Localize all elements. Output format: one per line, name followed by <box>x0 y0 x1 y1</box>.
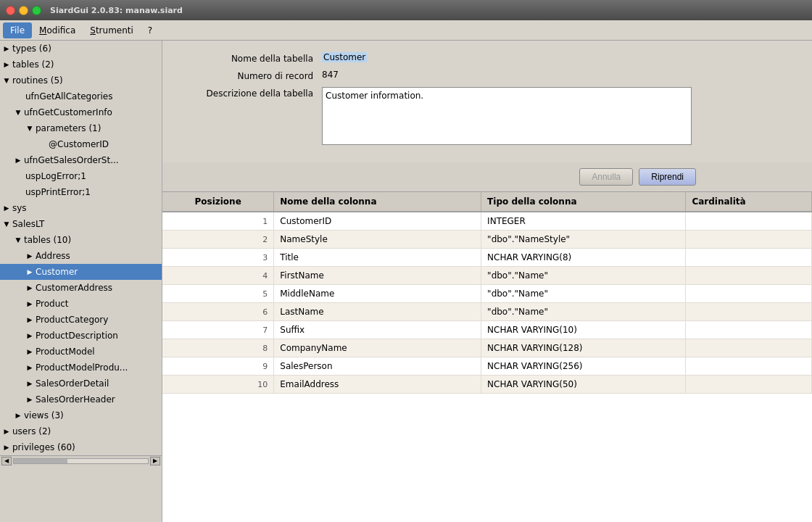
table-row: 8CompanyNameNCHAR VARYING(128) <box>162 339 812 357</box>
description-label: Descrizione della tabella <box>177 87 322 99</box>
form-area: Nome della tabella Customer Numero di re… <box>162 41 812 162</box>
description-textarea[interactable] <box>322 87 692 145</box>
cell-pos: 3 <box>162 249 274 267</box>
cancel-button[interactable]: Annulla <box>579 168 633 186</box>
sidebar-item-Product[interactable]: ▶Product <box>0 296 162 312</box>
cell-nome: SalesPerson <box>274 357 481 376</box>
minimize-button[interactable] <box>19 6 28 15</box>
table-row: 3TitleNCHAR VARYING(8) <box>162 249 812 267</box>
sidebar-item-CustomerID[interactable]: @CustomerID <box>0 136 162 152</box>
cell-tipo: "dbo"."Name" <box>481 285 686 303</box>
table-row: 2NameStyle"dbo"."NameStyle" <box>162 231 812 249</box>
sidebar-item-SalesOrderHeader[interactable]: ▶SalesOrderHeader <box>0 392 162 407</box>
tree-arrow-CustomerAddress: ▶ <box>26 284 33 291</box>
cell-card <box>686 339 812 357</box>
menu-help-label: ? <box>148 25 152 36</box>
cell-card <box>686 231 812 249</box>
cell-pos: 4 <box>162 267 274 285</box>
maximize-button[interactable] <box>32 6 41 15</box>
menu-help[interactable]: ? <box>141 22 160 38</box>
table-row: 5MiddleName"dbo"."Name" <box>162 285 812 303</box>
menu-file[interactable]: File <box>3 22 32 38</box>
sidebar-label-views: views (3) <box>24 410 64 420</box>
sidebar-label-uspPrintError1: uspPrintError;1 <box>25 187 91 197</box>
cell-tipo: "dbo"."NameStyle" <box>481 231 686 249</box>
sidebar-item-uspLogError1[interactable]: uspLogError;1 <box>0 168 162 184</box>
sidebar-item-users[interactable]: ▶users (2) <box>0 423 162 439</box>
cell-nome: CompanyName <box>274 339 481 357</box>
menu-file-label: File <box>10 25 25 36</box>
sidebar-item-SalesLT[interactable]: ▼SalesLT <box>0 216 162 232</box>
tree-arrow-SalesLT: ▼ <box>3 220 10 228</box>
tree-arrow-sys: ▶ <box>3 204 10 212</box>
col-cardinalita: Cardinalità <box>686 192 812 212</box>
sidebar-item-CustomerAddress[interactable]: ▶CustomerAddress <box>0 280 162 296</box>
sidebar-item-Address[interactable]: ▶Address <box>0 248 162 264</box>
sidebar-item-tables2[interactable]: ▶tables (2) <box>0 57 162 72</box>
sidebar-label-routines: routines (5) <box>12 75 63 86</box>
sidebar-item-ProductDescription[interactable]: ▶ProductDescription <box>0 328 162 344</box>
sidebar-item-routines[interactable]: ▼routines (5) <box>0 72 162 88</box>
sidebar-item-ProductModelProdu[interactable]: ▶ProductModelProdu... <box>0 360 162 376</box>
hscroll-right-btn[interactable]: ▶ <box>150 457 160 465</box>
cell-nome: EmailAddress <box>274 376 481 394</box>
sidebar-item-SalesOrderDetail[interactable]: ▶SalesOrderDetail <box>0 376 162 392</box>
cell-nome: LastName <box>274 303 481 321</box>
sidebar-label-Customer: Customer <box>36 267 78 277</box>
sidebar-item-ufnGetCustomerInfo[interactable]: ▼ufnGetCustomerInfo <box>0 104 162 120</box>
hscroll-track[interactable] <box>13 458 149 464</box>
menu-modifica[interactable]: Modifica <box>32 22 83 38</box>
sidebar-label-tables10: tables (10) <box>24 235 71 245</box>
sidebar-item-Customer[interactable]: ▶Customer <box>0 264 162 280</box>
cell-card <box>686 212 812 231</box>
cell-pos: 10 <box>162 376 274 394</box>
table-name-value: Customer <box>322 52 367 62</box>
cell-pos: 5 <box>162 285 274 303</box>
description-row: Descrizione della tabella <box>177 87 798 145</box>
sidebar-item-types[interactable]: ▶types (6) <box>0 41 162 57</box>
tree-arrow-ProductCategory: ▶ <box>26 316 33 323</box>
sidebar-item-views[interactable]: ▶views (3) <box>0 407 162 423</box>
tree-arrow-routines: ▼ <box>3 77 10 84</box>
tree-arrow-types: ▶ <box>3 45 10 52</box>
sidebar-item-sys[interactable]: ▶sys <box>0 200 162 216</box>
sidebar-label-ufnGetAllCategories: ufnGetAllCategories <box>25 91 112 102</box>
cell-nome: CustomerID <box>274 212 481 231</box>
sidebar-label-ufnGetSalesOrderSt: ufnGetSalesOrderSt... <box>24 155 119 165</box>
sidebar-item-ProductCategory[interactable]: ▶ProductCategory <box>0 312 162 328</box>
apply-button[interactable]: Riprendi <box>639 168 696 186</box>
sidebar-label-CustomerID: @CustomerID <box>49 139 109 149</box>
sidebar-item-tables10[interactable]: ▼tables (10) <box>0 232 162 248</box>
cell-pos: 8 <box>162 339 274 357</box>
button-row: Annulla Riprendi <box>162 162 812 191</box>
sidebar-label-Address: Address <box>36 251 70 261</box>
sidebar-item-privileges[interactable]: ▶privileges (60) <box>0 439 162 455</box>
sidebar-item-ProductModel[interactable]: ▶ProductModel <box>0 344 162 360</box>
titlebar: SiardGui 2.0.83: manaw.siard <box>0 0 812 20</box>
sidebar-item-ufnGetAllCategories[interactable]: ufnGetAllCategories <box>0 88 162 104</box>
record-count-label: Numero di record <box>177 70 322 81</box>
cell-pos: 7 <box>162 321 274 339</box>
col-nome: Nome della colonna <box>274 192 481 212</box>
sidebar-item-uspPrintError1[interactable]: uspPrintError;1 <box>0 184 162 200</box>
cell-tipo: NCHAR VARYING(256) <box>481 357 686 376</box>
cell-nome: NameStyle <box>274 231 481 249</box>
sidebar-hscrollbar[interactable]: ◀ ▶ <box>0 455 162 465</box>
tree-arrow-views: ▶ <box>14 412 22 419</box>
hscroll-thumb[interactable] <box>14 459 67 463</box>
cell-tipo: INTEGER <box>481 212 686 231</box>
table-name-row: Nome della tabella Customer <box>177 52 798 64</box>
tree-arrow-tables10: ▼ <box>14 236 22 244</box>
sidebar-label-parameters: parameters (1) <box>36 123 101 133</box>
hscroll-left-btn[interactable]: ◀ <box>1 457 12 465</box>
tree-arrow-ufnGetCustomerInfo: ▼ <box>14 109 22 116</box>
close-button[interactable] <box>6 6 15 15</box>
main-layout: ▶types (6)▶tables (2)▼routines (5)ufnGet… <box>0 41 812 522</box>
menu-strumenti[interactable]: Strumenti <box>83 22 141 38</box>
data-table-wrapper: Posizione Nome della colonna Tipo della … <box>162 191 812 522</box>
sidebar-item-ufnGetSalesOrderSt[interactable]: ▶ufnGetSalesOrderSt... <box>0 152 162 168</box>
sidebar-label-tables2: tables (2) <box>12 59 54 70</box>
sidebar-label-SalesOrderHeader: SalesOrderHeader <box>36 394 115 405</box>
cell-nome: Title <box>274 249 481 267</box>
sidebar-item-parameters[interactable]: ▼parameters (1) <box>0 120 162 136</box>
